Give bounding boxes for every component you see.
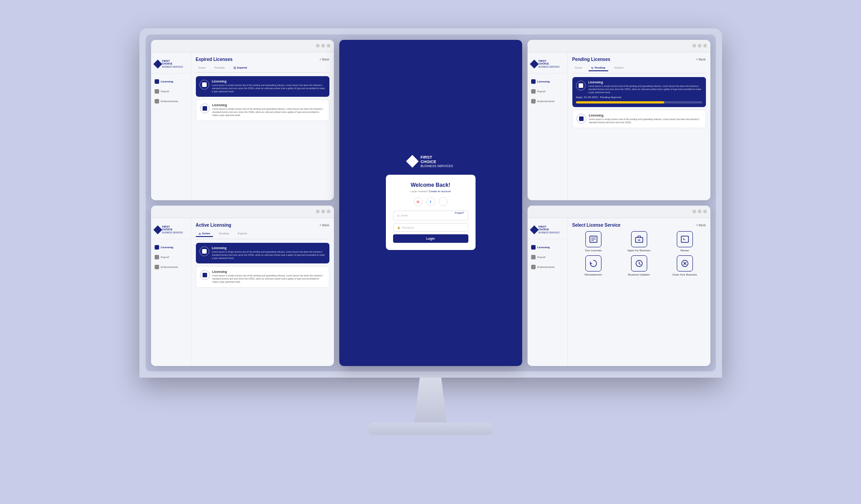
license-card-2: Licensing Lorem ipsum is simply dummy te… (196, 99, 329, 121)
lic-icon-s (531, 245, 536, 250)
email-input[interactable]: ✉ Email Forgot? (393, 211, 468, 220)
back-link-active[interactable]: < Back (320, 224, 329, 227)
login-diamond-container (408, 157, 418, 167)
tab-expired-a[interactable]: Expired (235, 231, 250, 237)
end-icon-s (531, 265, 536, 269)
login-title: Welcome Back! (393, 182, 468, 188)
window-body-pending: FIRSTCHOICEBUSINESS SERVICES Licensing P… (528, 52, 710, 200)
window-body-active: FIRSTCHOICEBUSINESS SERVICES Licensing P… (151, 218, 334, 366)
sidebar-endorsements-pending[interactable]: Endorsements (528, 97, 567, 106)
expired-tab-icon: ☰ (234, 66, 236, 69)
close-business-icon-box (677, 255, 693, 271)
email-placeholder: Email (401, 214, 408, 217)
page-title-active: Active Licensing (196, 223, 231, 228)
active-card-text-2: Lorem ipsum is simply dummy text of the … (212, 274, 325, 284)
logo-box: FIRSTCHOICEBUSINESS SERVICES (155, 60, 187, 69)
sidebar-item-endorsements[interactable]: Endorsements (151, 97, 191, 106)
payroll-icon (155, 89, 159, 94)
tab-pending-a[interactable]: Pending (216, 231, 232, 237)
tab-active-a[interactable]: ⚠ Active (196, 231, 213, 237)
window-body-select: FIRSTCHOICEBUSINESS SERVICES Licensing P… (528, 218, 710, 366)
sidebar-payroll-pending[interactable]: Payroll (528, 87, 567, 96)
logo-box-select: FIRSTCHOICEBUSINESS SERVICES (531, 225, 564, 234)
dot-3 (327, 44, 330, 47)
active-icon-box-1 (199, 246, 209, 256)
sdot-1 (692, 210, 696, 213)
login-button[interactable]: Login (393, 234, 468, 243)
apply-business-label: Apply For Business (627, 249, 651, 252)
service-apply-business[interactable]: Apply For Business (618, 231, 660, 252)
sidebar-licensing-active[interactable]: Licensing (151, 243, 191, 252)
logo-box-active: FIRSTCHOICEBUSINESS SERVICES (155, 225, 187, 234)
pay-icon-s (531, 255, 536, 259)
social-buttons: G f (393, 197, 468, 206)
sidebar-payroll-select[interactable]: Payroll (528, 253, 567, 262)
tab-active-p[interactable]: Active (572, 65, 585, 71)
svg-rect-7 (681, 236, 688, 242)
close-business-icon (680, 259, 689, 268)
active-card-title-2: Licensing (212, 270, 325, 273)
tab-active[interactable]: Active (196, 65, 208, 70)
sidebar-endorsements-active[interactable]: Endorsements (151, 263, 191, 271)
tab-expired-p[interactable]: Expired (612, 65, 626, 71)
business-updates-label: Business Updates (628, 273, 649, 276)
active-icon-1 (202, 249, 207, 254)
back-link-pending[interactable]: < Back (696, 58, 706, 61)
service-your-licenses[interactable]: Your Licenses (572, 231, 614, 252)
reinstatement-icon (589, 259, 598, 268)
service-renew[interactable]: Renew (664, 231, 706, 252)
adot-1 (316, 210, 320, 213)
titlebar-pending (528, 40, 710, 52)
google-btn[interactable]: G (414, 197, 423, 206)
logo-active: FIRSTCHOICEBUSINESS SERVICES (151, 223, 191, 239)
renew-icon (680, 236, 689, 243)
tab-pending[interactable]: Pending (212, 65, 227, 70)
service-reinstatement[interactable]: Reinstatement (572, 255, 614, 276)
sidebar-licensing-pending[interactable]: Licensing (528, 77, 567, 86)
card-icon-box-2 (200, 103, 210, 113)
service-business-updates[interactable]: Business Updates (618, 255, 660, 276)
password-placeholder: Password (402, 226, 414, 229)
logo-select: FIRSTCHOICEBUSINESS SERVICES (528, 223, 567, 239)
service-close-business[interactable]: Close Your Business (664, 255, 706, 276)
tab-expired[interactable]: ☰ Expired (231, 65, 250, 70)
screen-grid: FIRSTCHOICEBUSINESS SERVICES Licensing P… (146, 34, 716, 371)
dot-1 (316, 44, 320, 47)
card-title-1: Licensing (212, 80, 326, 83)
login-window: FIRSTCHOICEBUSINESS SERVICES Welcome Bac… (339, 40, 522, 366)
email-icon: ✉ (397, 214, 399, 217)
login-subtitle: Login Instead? Create an account (393, 190, 468, 193)
sidebar-label-lic-p: Licensing (537, 80, 550, 83)
sidebar-endorsements-select[interactable]: Endorsements (528, 263, 567, 271)
tab-bar-pending: Active ↻ Pending Expired (572, 65, 706, 73)
sidebar-item-payroll[interactable]: Payroll (151, 87, 191, 96)
header-active: Active Licensing < Back (196, 223, 329, 228)
card-icon-2 (203, 106, 207, 111)
active-licensing-window: FIRSTCHOICEBUSINESS SERVICES Licensing P… (151, 206, 334, 366)
apple-btn[interactable] (439, 197, 448, 206)
back-link-select[interactable]: < Back (696, 224, 706, 227)
pending-second-card: Licensing Lorem ipsum is simply dummy te… (572, 110, 706, 128)
sidebar-item-licensing[interactable]: Licensing (151, 77, 191, 86)
sidebar-label-lic-a: Licensing (161, 246, 173, 249)
sidebar-select: FIRSTCHOICEBUSINESS SERVICES Licensing P… (528, 218, 568, 366)
adot-3 (327, 210, 330, 213)
active-icon-2 (203, 273, 207, 277)
back-link-expired[interactable]: < Back (320, 58, 329, 61)
sdot-2 (698, 210, 701, 213)
sidebar-payroll-active[interactable]: Payroll (151, 253, 191, 262)
tab-pending-p[interactable]: ↻ Pending (588, 65, 608, 71)
tab-bar-expired: Active Pending ☰ Expired (196, 65, 329, 73)
pending-second-icon-box (576, 114, 586, 124)
create-account-link[interactable]: Create an account (429, 190, 451, 193)
sidebar-licensing-select[interactable]: Licensing (528, 243, 567, 252)
facebook-btn[interactable]: f (426, 197, 435, 206)
pending-second-content: Licensing Lorem ipsum is simply dummy te… (589, 114, 702, 124)
password-input[interactable]: 🔒 Password (393, 223, 468, 232)
forgot-link[interactable]: Forgot? (455, 211, 464, 214)
login-logo-text: FIRSTCHOICEBUSINESS SERVICES (420, 155, 453, 169)
apply-business-icon-box (631, 231, 647, 247)
logo-text-select: FIRSTCHOICEBUSINESS SERVICES (539, 225, 560, 234)
logo-diamond-active (153, 225, 162, 234)
pending-card-main: Licensing Lorem ipsum is simply dummy te… (572, 77, 706, 107)
